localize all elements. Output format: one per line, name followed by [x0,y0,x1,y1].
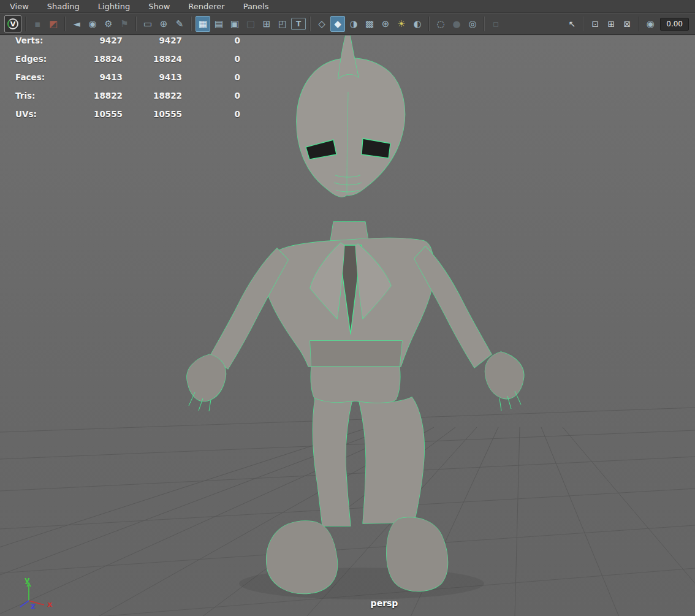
menu-show[interactable]: Show [148,0,170,13]
polycount-total: 18822 [63,86,123,105]
polycount-total: 10555 [63,105,123,123]
use-default-material-icon[interactable]: ◑ [346,16,361,32]
toolbar-divider [638,17,639,31]
gamma-icon[interactable]: ◉ [643,16,658,32]
polycount-row-verts: Verts: 9427 9427 0 [15,36,240,50]
polycount-component: 0 [182,50,240,68]
xray-icon[interactable]: ⊠ [620,16,634,32]
polycount-label: Edges: [15,50,63,68]
grease-pencil-icon[interactable]: ✎ [172,16,187,32]
textured-icon[interactable]: ▩ [362,16,377,32]
select-tool-icon[interactable]: ↖ [564,16,579,32]
polycount-label: UVs: [15,105,63,123]
camera-bookmark-icon[interactable]: ⚑ [117,16,132,32]
motion-blur-icon[interactable]: ◌ [433,16,448,32]
polycount-total: 9427 [63,36,123,50]
camera-name-label: persp [344,598,424,608]
resolution-gate-icon[interactable]: ▣ [227,16,242,32]
depth-of-field-icon[interactable]: ● [449,16,464,32]
polycount-row-faces: Faces: 9413 9413 0 [15,68,240,86]
exposure-value-field[interactable]: 0.00 [660,18,689,31]
toolbar-divider [25,17,26,31]
gate-mask-icon[interactable]: ▢ [243,16,258,32]
viewport[interactable]: Verts: 9427 9427 0 Edges: 18824 18824 0 … [0,36,695,616]
render-current-frame-icon[interactable]: ▪ [30,16,45,32]
polycount-total: 18824 [63,50,123,68]
polycount-selected: 9427 [123,36,182,50]
polycount-selected: 18822 [123,86,182,105]
polycount-label: Faces: [15,68,63,86]
polycount-label: Tris: [15,86,63,105]
plugin-toggle-icon[interactable]: ▫ [488,16,503,32]
polycount-selected: 9413 [123,68,182,86]
polycount-component: 0 [182,86,240,105]
ipr-render-icon[interactable]: ◩ [46,16,61,32]
polycount-row-edges: Edges: 18824 18824 0 [15,50,240,68]
polycount-label: Verts: [15,36,63,50]
safe-action-icon[interactable]: ◰ [275,16,290,32]
toolbar-divider [583,17,584,31]
pane-layout-single-icon[interactable]: ⊡ [588,16,602,32]
axis-indicator: y x z [12,575,61,612]
toolbar-divider [191,17,192,31]
polycount-row-tris: Tris: 18822 18822 0 [15,86,240,105]
panel-menu-bar: View Shading Lighting Show Renderer Pane… [0,0,695,13]
use-all-lights-icon[interactable]: ☀ [394,16,409,32]
menu-renderer[interactable]: Renderer [188,0,224,13]
wireframe-icon[interactable]: ◇ [314,16,329,32]
pane-layout-multi-icon[interactable]: ⊞ [604,16,618,32]
polycount-hud: Verts: 9427 9427 0 Edges: 18824 18824 0 … [15,36,240,123]
toolbar-divider [135,17,137,31]
grid-icon[interactable]: ▦ [196,16,210,32]
polycount-row-uvs: UVs: 10555 10555 0 [15,105,240,123]
polycount-component: 0 [182,36,240,50]
image-plane-icon[interactable]: ▭ [140,16,155,32]
screen-space-ao-icon[interactable]: ⊛ [378,16,393,32]
film-gate-icon[interactable]: ▤ [211,16,226,32]
menu-panels[interactable]: Panels [243,0,269,13]
toolbar-divider [64,17,66,31]
toolbar-divider [484,17,485,31]
select-camera-icon[interactable]: ◄ [69,16,84,32]
axis-x-label: x [47,599,53,609]
polycount-component: 0 [182,68,240,86]
color-management-icon[interactable]: ◎ [465,16,480,32]
polycount-component: 0 [182,105,240,123]
smooth-shade-all-icon[interactable]: ◆ [330,16,345,32]
polycount-total: 9413 [63,68,123,86]
pan-zoom-icon[interactable]: ⊕ [156,16,171,32]
toolbar-divider [310,17,311,31]
field-chart-icon[interactable]: ⊞ [259,16,274,32]
lock-camera-icon[interactable]: ◉ [85,16,100,32]
menu-view[interactable]: View [10,0,29,13]
vray-logo-icon: V [7,18,18,29]
polycount-selected: 18824 [123,50,182,68]
safe-title-icon[interactable]: T [291,18,306,30]
menu-shading[interactable]: Shading [47,0,80,13]
renderer-vray-icon[interactable]: V [4,15,21,32]
menu-lighting[interactable]: Lighting [98,0,131,13]
axis-z-label: z [31,601,36,610]
camera-attributes-icon[interactable]: ⚙ [101,16,116,32]
panel-toolbar: V ▪ ◩ ◄ ◉ ⚙ ⚑ ▭ ⊕ ✎ ▦ ▤ ▣ ▢ ⊞ ◰ T ◇ ◆ ◑ … [0,13,695,35]
axis-y-label: y [25,575,30,584]
shadows-icon[interactable]: ◐ [410,16,425,32]
polycount-selected: 10555 [123,105,182,123]
toolbar-divider [428,17,430,31]
